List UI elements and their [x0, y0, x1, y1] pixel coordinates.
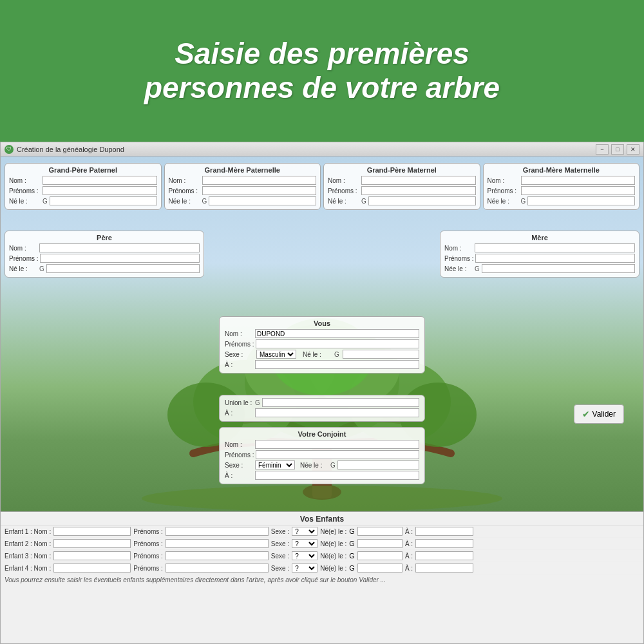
vous-a-input[interactable] — [255, 360, 419, 369]
mere-nom-input[interactable] — [475, 243, 635, 252]
enfant-2-nele-input[interactable] — [357, 539, 402, 548]
pere-nele-input[interactable] — [46, 264, 200, 273]
conjoint-sexe-select[interactable]: Masculin Féminin — [255, 460, 295, 469]
mere-title: Mère — [444, 234, 635, 242]
mere-card: Mère Nom : Prénoms : Née le : G — [440, 231, 639, 278]
enfant-2-sexe-select[interactable]: ?MF — [292, 539, 317, 548]
grand-mere-maternelle-card: Grand-Mère Maternelle Nom : Prénoms : Né… — [483, 163, 640, 210]
grand-pere-maternel-title: Grand-Père Maternel — [328, 166, 476, 174]
vous-a-label: À : — [225, 361, 254, 368]
enfant-1-nele-label: Né(e) le : — [320, 528, 346, 535]
check-icon: ✔ — [582, 409, 590, 419]
union-date-input[interactable] — [262, 398, 419, 407]
pere-nele-row: Né le : G — [9, 264, 200, 273]
union-a-input[interactable] — [255, 408, 419, 417]
pere-nele-label: Né le : — [9, 265, 38, 272]
enfant-3-prenoms-label: Prénoms : — [133, 553, 163, 560]
grand-mere-paternelle-title: Grand-Mère Paternelle — [169, 166, 317, 174]
gmp-prenoms-input[interactable] — [202, 186, 317, 195]
enfant-4-nom-input[interactable] — [53, 564, 131, 573]
enfant-1-sexe-label: Sexe : — [271, 528, 289, 535]
enfant-3-a-input[interactable] — [415, 551, 473, 560]
mere-nom-label: Nom : — [444, 245, 473, 252]
mere-nom-row: Nom : — [444, 243, 635, 252]
vous-nom-label: Nom : — [225, 330, 254, 337]
conjoint-nom-row: Nom : — [225, 440, 419, 449]
mere-prenoms-input[interactable] — [475, 254, 635, 263]
conjoint-sexe-label: Sexe : — [225, 462, 254, 469]
page-header: Saisie des premières personnes de votre … — [0, 0, 644, 142]
vous-sexe-select[interactable]: Masculin Féminin — [256, 350, 296, 359]
gpp-nele-input[interactable] — [50, 196, 157, 205]
vous-sexe-label: Sexe : — [225, 351, 254, 358]
vous-title: Vous — [225, 319, 419, 327]
enfant-3-sexe-select[interactable]: ?MF — [292, 551, 317, 560]
union-le-row: Union le : G — [225, 398, 419, 407]
gpm-nom-input[interactable] — [361, 176, 476, 185]
enfant-1-sexe-select[interactable]: ?MF — [292, 527, 317, 536]
gmp-nom-input[interactable] — [202, 176, 317, 185]
enfant-1-nom-input[interactable] — [53, 527, 131, 536]
enfant-1-nele-input[interactable] — [357, 527, 402, 536]
mere-neele-input[interactable] — [482, 264, 635, 273]
vous-prenoms-row: Prénoms : — [225, 339, 419, 348]
gpp-nele-label: Né le : — [9, 198, 41, 205]
maximize-button[interactable]: □ — [611, 144, 624, 155]
grandparents-section: Grand-Père Paternel Nom : Prénoms : Né l… — [1, 159, 643, 210]
vous-nele-input[interactable] — [343, 350, 419, 359]
gpm-prenoms-input[interactable] — [361, 186, 476, 195]
gmm-prenoms-input[interactable] — [521, 186, 636, 195]
enfant-4-nele-input[interactable] — [357, 564, 402, 573]
enfant-1-row: Enfant 1 : Nom : Prénoms : Sexe : ?MF Né… — [1, 526, 643, 538]
enfant-1-prenoms-input[interactable] — [166, 527, 269, 536]
gmm-nom-input[interactable] — [521, 176, 636, 185]
conjoint-a-input[interactable] — [255, 471, 419, 480]
conjoint-prenoms-input[interactable] — [256, 450, 419, 459]
grand-pere-paternel-title: Grand-Père Paternel — [9, 166, 157, 174]
window-controls: − □ ✕ — [596, 144, 639, 155]
gmm-nele-input[interactable] — [527, 196, 635, 205]
application-window: 🛡 Création de la généalogie Dupond − □ ✕ — [0, 142, 644, 644]
enfant-3-nele-input[interactable] — [357, 551, 402, 560]
valider-button[interactable]: ✔ Valider — [574, 404, 624, 424]
conjoint-nom-input[interactable] — [255, 440, 419, 449]
enfant-4-a-label: À : — [405, 565, 413, 572]
union-a-row: À : — [225, 408, 419, 417]
conjoint-title: Votre Conjoint — [225, 430, 419, 438]
close-button[interactable]: ✕ — [627, 144, 639, 155]
enfant-4-label: Enfant 4 : Nom : — [5, 565, 51, 572]
enfant-3-prenoms-input[interactable] — [166, 551, 269, 560]
enfant-4-sexe-label: Sexe : — [271, 565, 289, 572]
gmp-nom-row: Nom : — [169, 176, 317, 185]
gmm-nele-row: Née le : G — [488, 196, 636, 205]
enfant-2-nom-input[interactable] — [53, 539, 131, 548]
gpm-nele-input[interactable] — [368, 196, 476, 205]
enfant-1-a-input[interactable] — [415, 527, 473, 536]
gpm-prenoms-row: Prénoms : — [328, 186, 476, 195]
enfant-2-prenoms-input[interactable] — [166, 539, 269, 548]
enfant-4-sexe-select[interactable]: ?MF — [292, 564, 317, 573]
mere-g-prefix: G — [475, 265, 480, 272]
conjoint-neele-input[interactable] — [337, 460, 419, 469]
vous-nom-row: Nom : — [225, 329, 419, 338]
enfant-2-nele-label: Né(e) le : — [320, 540, 346, 547]
vous-g-prefix: G — [334, 351, 339, 358]
enfant-1-a-label: À : — [405, 528, 413, 535]
grand-pere-paternel-nele-row: Né le : G — [9, 196, 157, 205]
enfant-4-a-input[interactable] — [415, 564, 473, 573]
pere-nom-label: Nom : — [9, 245, 38, 252]
enfant-3-nom-input[interactable] — [53, 551, 131, 560]
minimize-button[interactable]: − — [596, 144, 609, 155]
enfant-4-prenoms-input[interactable] — [166, 564, 269, 573]
pere-prenoms-input[interactable] — [40, 254, 200, 263]
vous-prenoms-input[interactable] — [256, 339, 419, 348]
pere-nom-input[interactable] — [39, 243, 200, 252]
vous-nom-input[interactable] — [255, 329, 419, 338]
parents-section: Père Nom : Prénoms : Né le : G Mère — [5, 231, 639, 278]
gmm-prenoms-row: Prénoms : — [488, 186, 636, 195]
gmp-nele-input[interactable] — [209, 196, 316, 205]
gpp-prenoms-input[interactable] — [43, 186, 157, 195]
enfant-2-a-input[interactable] — [415, 539, 473, 548]
gpp-nom-input[interactable] — [43, 176, 157, 185]
vous-sexe-row: Sexe : Masculin Féminin Né le : G — [225, 350, 419, 359]
